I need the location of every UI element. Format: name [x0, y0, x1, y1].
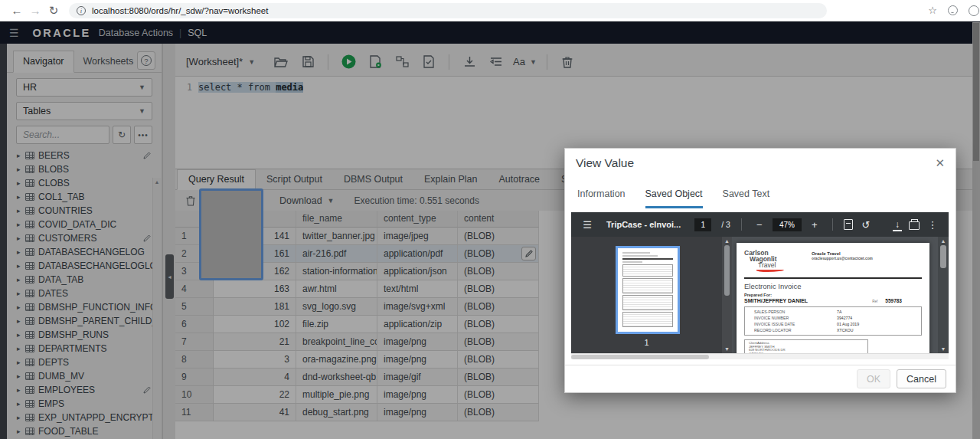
pdf-print-icon[interactable] — [909, 221, 920, 230]
field-label: INVOICE ISSUE DATE — [745, 322, 837, 326]
ref-label: Ref — [872, 300, 877, 303]
scroll-up-icon[interactable]: ▲ — [724, 237, 730, 245]
dialog-header: View Value ✕ — [565, 149, 956, 178]
page-number-input[interactable]: 1 — [694, 218, 711, 231]
browser-chrome: ← → ↻ i localhost:8080/ords/hr/_sdw/?nav… — [0, 0, 980, 21]
pdf-page-thumbnail[interactable] — [616, 246, 680, 334]
thumbnail-page-number: 1 — [571, 338, 722, 347]
address-bar[interactable]: i localhost:8080/ords/hr/_sdw/?nav=works… — [69, 3, 827, 18]
invoice-heading: Electronic Invoice — [744, 282, 922, 290]
invoice-field-row: RECORD LOCATOR XTCKOU — [745, 327, 921, 333]
client-address-box: ClientAddress JEFFREY SMITH 609 NORTHWOO… — [744, 339, 868, 353]
pdf-page-view[interactable]: Carlson Wagonlit Travel Oracle Travel or… — [732, 237, 949, 353]
field-label: SALES-PERSON — [745, 310, 837, 314]
agency-email: oraclesupport.us@contactcwt.com — [812, 257, 873, 260]
zoom-in-icon[interactable]: + — [808, 219, 822, 231]
field-value: 01 Aug 2019 — [837, 322, 859, 326]
fit-to-page-icon[interactable] — [844, 219, 853, 230]
back-icon[interactable]: ← — [8, 4, 26, 17]
traveler-name: SMITH/JEFFREY DANIEL — [744, 298, 808, 303]
pdf-thumbnail-panel: 1 — [571, 237, 722, 353]
invoice-field-row: INVOICE ISSUE DATE 01 Aug 2019 — [745, 321, 921, 327]
invoice-fields-table: SALES-PERSON 7A INVOICE NUMBER 3942774 — [744, 306, 922, 336]
scroll-down-icon[interactable]: ▼ — [724, 345, 730, 353]
cancel-button[interactable]: Cancel — [897, 369, 946, 388]
dialog-tab-label: Saved Text — [723, 188, 770, 199]
screen: ← → ↻ i localhost:8080/ords/hr/_sdw/?nav… — [0, 0, 980, 439]
pdf-menu-icon[interactable]: ☰ — [580, 219, 594, 231]
dialog-title: View Value — [576, 156, 634, 170]
pdf-scrollbar[interactable]: ▲ ▼ — [938, 237, 949, 353]
url-text: localhost:8080/ords/hr/_sdw/?nav=workshe… — [92, 6, 268, 15]
field-value: XTCKOU — [837, 328, 854, 333]
close-icon[interactable]: ✕ — [935, 156, 945, 170]
address-line: CARY NC — [749, 352, 864, 353]
dialog-tab[interactable]: Saved Object — [645, 188, 703, 208]
dialog-footer: OK Cancel — [565, 365, 956, 392]
pdf-download-icon[interactable]: ↓ — [892, 219, 903, 230]
site-info-icon[interactable]: i — [77, 6, 86, 15]
dialog-tab-label: Information — [577, 188, 626, 199]
pdf-viewer: ☰ TripCase - eInvoi... 1 / 3 − 47% + ↺ ↓… — [571, 212, 949, 359]
prepared-for-label: Prepared For: — [744, 293, 808, 297]
zoom-level-input[interactable]: 47% — [773, 218, 802, 231]
field-value: 3942774 — [837, 316, 852, 320]
feedback-icon[interactable] — [948, 5, 958, 15]
zoom-out-icon[interactable]: − — [753, 219, 766, 231]
pdf-horizontal-scrollbar[interactable] — [571, 353, 949, 359]
refresh-icon[interactable]: ↻ — [44, 4, 63, 18]
invoice-field-row: SALES-PERSON 7A — [745, 309, 921, 315]
scrollbar-thumb[interactable] — [724, 245, 730, 296]
field-value: 7A — [837, 310, 841, 314]
scrollbar-thumb[interactable] — [571, 355, 709, 359]
scroll-down-icon[interactable]: ▼ — [941, 345, 946, 353]
pdf-more-icon[interactable]: ⋮ — [926, 219, 939, 231]
pdf-document-title: TripCase - eInvoi... — [606, 220, 681, 229]
rotate-icon[interactable]: ↺ — [859, 219, 873, 231]
carlson-wagonlit-logo: Carlson Wagonlit Travel — [744, 250, 798, 272]
profile-avatar[interactable] — [969, 5, 979, 16]
scrollbar-thumb[interactable] — [940, 245, 946, 268]
invoice-field-row: INVOICE NUMBER 3942774 — [745, 315, 921, 321]
scroll-up-icon[interactable]: ▲ — [941, 237, 946, 245]
dialog-tab[interactable]: Saved Text — [723, 188, 770, 208]
thumbnail-scrollbar[interactable]: ▲ ▼ — [722, 237, 732, 353]
pdf-toolbar-divider — [832, 218, 833, 231]
field-label: RECORD LOCATOR — [745, 328, 837, 333]
view-value-dialog: View Value ✕ Information Saved Object Sa… — [564, 148, 956, 393]
ok-button[interactable]: OK — [857, 369, 890, 388]
pdf-body: 1 ▲ ▼ Carlson Wagonlit Travel — [571, 237, 949, 353]
field-label: INVOICE NUMBER — [745, 316, 837, 320]
ref-value: 559783 — [885, 298, 902, 303]
pdf-toolbar-divider — [741, 218, 742, 231]
dialog-tabs: Information Saved Object Saved Text — [565, 178, 956, 208]
page-count: / 3 — [721, 220, 730, 229]
invoice-divider — [744, 277, 922, 279]
bookmark-star-icon[interactable]: ☆ — [928, 5, 937, 16]
pdf-toolbar: ☰ TripCase - eInvoi... 1 / 3 − 47% + ↺ ↓… — [571, 212, 949, 237]
invoice-page: Carlson Wagonlit Travel Oracle Travel or… — [737, 243, 929, 353]
agency-name: Oracle Travel — [812, 251, 873, 256]
dialog-tab[interactable]: Information — [577, 188, 626, 208]
dialog-tab-label: Saved Object — [645, 188, 703, 199]
forward-icon[interactable]: → — [26, 4, 44, 17]
